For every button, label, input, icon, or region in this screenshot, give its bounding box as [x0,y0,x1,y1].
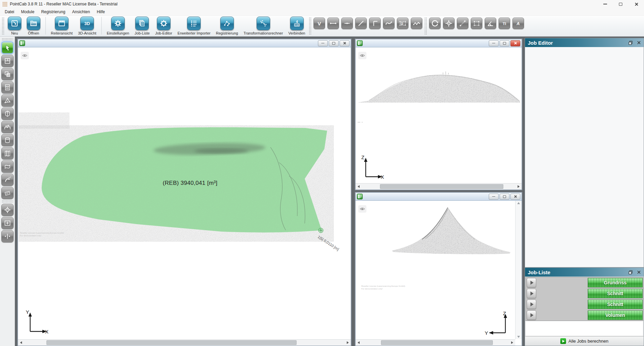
sidebar-grip[interactable] [2,200,13,202]
point-tool[interactable] [341,18,353,29]
section-x-canvas[interactable]: Z X [356,47,522,190]
pdf-export-tool[interactable]: PDF [1,81,14,93]
visibility-eye-icon[interactable] [358,52,366,59]
polyline-tool[interactable] [411,18,422,29]
toolbar-button-registrierung[interactable]: Registrierung [213,17,241,35]
zoom-extents-tool[interactable] [1,217,14,229]
viewport-maximize-button[interactable] [500,194,509,200]
menu-datei[interactable]: Datei [1,8,18,15]
window-close-button[interactable] [628,0,644,8]
horizontal-scrollbar[interactable] [356,339,515,346]
line-tool[interactable] [355,18,367,29]
visibility-eye-icon[interactable] [21,52,29,59]
menu-hilfe[interactable]: Hilfe [93,8,108,15]
visibility-eye-icon[interactable] [358,205,366,213]
viewport-titlebar[interactable] [356,193,522,201]
scrollbar-thumb[interactable] [381,340,493,345]
viewport-close-button[interactable] [340,40,349,46]
sidebar-grip[interactable] [2,38,13,40]
toolbar-button-reiteransicht[interactable]: Reiteransicht [48,17,75,35]
mirror-tool[interactable] [1,230,14,242]
unfold-tool[interactable] [1,147,14,159]
toolbar-button-erweiterter-importer[interactable]: Erweiterter Importer [175,17,213,35]
toolbar-grip[interactable] [309,17,311,35]
surface-tool[interactable] [1,160,14,173]
float-panel-button[interactable] [628,41,633,45]
run-job-button[interactable] [527,310,536,320]
close-panel-button[interactable] [637,41,641,45]
target-tool[interactable] [1,204,14,216]
toolbar-button-3d-ansicht[interactable]: 3D 3D-Ansicht [75,17,99,35]
sketch-tool[interactable] [1,174,14,186]
prism-volume-tool[interactable] [1,108,14,120]
top-view-canvas[interactable]: (REB) 3940,041 [m³] 1|5| 0,0110 [m] Rese… [18,47,351,346]
toolbar-button-oeffnen[interactable]: Öffnen [24,17,43,35]
area-tool[interactable]: a [397,18,408,29]
scroll-left-arrow[interactable] [356,185,362,188]
scroll-left-arrow[interactable] [356,341,362,344]
spline-tool[interactable] [383,18,395,29]
mesh-tool[interactable] [1,94,14,107]
menu-registrierung[interactable]: Registrierung [38,8,68,15]
measurement-point-marker[interactable] [318,228,323,233]
select-tool[interactable] [1,42,14,54]
toolbar-button-verbinden[interactable]: 4 CAD Verbinden [286,17,308,35]
volume-tool[interactable]: V [314,18,325,29]
text-tool[interactable]: TI [499,18,510,29]
scroll-down-arrow[interactable] [517,336,520,338]
stamp-tool[interactable] [1,187,14,199]
job-status-bar[interactable]: Schnitt [588,289,643,298]
job-editor-titlebar[interactable]: Job Editor [525,38,644,47]
job-status-bar[interactable]: Schnitt [588,300,643,309]
cylinder-tool[interactable] [1,134,14,146]
close-panel-button[interactable] [637,270,641,274]
toolbar-grip[interactable] [424,17,427,35]
menu-ansichten[interactable]: Ansichten [69,8,94,15]
scroll-up-arrow[interactable] [517,202,520,204]
layout-tool[interactable] [1,55,14,67]
job-list-titlebar[interactable]: Job-Liste [525,268,644,277]
toolbar-button-einstellungen[interactable]: Einstellungen [104,17,132,35]
toolbar-button-job-liste[interactable]: Job-Liste [132,17,153,35]
job-status-bar[interactable]: Volumen [588,310,643,320]
scroll-right-arrow[interactable] [345,341,351,344]
dimension-tool[interactable]: A [512,18,524,29]
viewport-titlebar[interactable] [356,39,522,47]
measure-line-tool[interactable] [457,18,468,29]
scrollbar-thumb[interactable] [380,184,503,189]
run-job-button[interactable] [527,278,536,287]
menu-module[interactable]: Module [18,8,38,15]
vertical-scrollbar[interactable] [515,201,522,339]
height-tool[interactable] [369,18,381,29]
run-job-button[interactable] [527,289,536,298]
viewport-maximize-button[interactable] [329,40,339,46]
app-titlebar[interactable]: PointCab 3.8 R 11 - Reseller MAC License… [0,0,644,8]
job-status-bar[interactable]: Grundriss [588,278,643,287]
viewport-minimize-button[interactable] [489,40,499,46]
horizontal-scrollbar[interactable] [18,339,351,346]
toolbar-button-neu[interactable]: Neu [5,17,24,35]
center-point-tool[interactable] [443,18,455,29]
toolbar-button-transformationsrechner[interactable]: Transformationsrechner [241,17,285,35]
profile-tool[interactable] [1,121,14,133]
rectangle-select-tool[interactable] [471,18,482,29]
section-y-canvas[interactable]: Reseller License (Laserscanning Europe G… [356,201,522,346]
scroll-left-arrow[interactable] [18,341,24,344]
angle-tool[interactable] [485,18,496,29]
viewport-titlebar[interactable] [18,39,351,47]
viewport-minimize-button[interactable] [318,40,328,46]
run-job-button[interactable] [527,300,536,309]
viewport-maximize-button[interactable] [500,40,509,46]
float-panel-button[interactable] [628,270,633,275]
horizontal-scrollbar[interactable] [356,183,522,190]
distance-tool[interactable] [327,18,339,29]
scroll-right-arrow[interactable] [516,185,522,188]
viewport-minimize-button[interactable] [489,194,499,200]
window-minimize-button[interactable] [597,0,613,8]
viewport-close-button[interactable] [510,194,520,200]
section-tool[interactable] [1,68,14,80]
scroll-right-arrow[interactable] [509,341,515,344]
rotate-tool[interactable] [429,18,441,29]
run-all-jobs-button[interactable]: Alle Jobs berechnen [525,336,644,346]
window-maximize-button[interactable] [613,0,628,8]
